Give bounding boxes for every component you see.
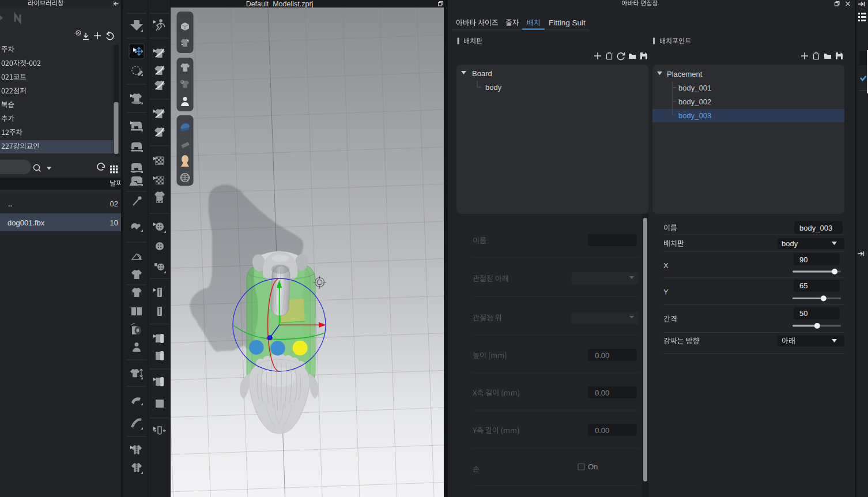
svg-text:On: On: [588, 462, 598, 471]
svg-text:Fitting Suit: Fitting Suit: [549, 18, 586, 27]
svg-text:body: body: [485, 83, 502, 92]
svg-text:90: 90: [799, 255, 807, 264]
svg-text:Placement: Placement: [667, 70, 703, 78]
svg-text:body: body: [782, 239, 798, 248]
svg-text:02: 02: [110, 199, 118, 208]
svg-text:Y: Y: [663, 288, 669, 296]
svg-text:body_001: body_001: [678, 84, 711, 92]
svg-text:Default_Modelist.zprj: Default_Modelist.zprj: [246, 0, 314, 8]
svg-text:0.00: 0.00: [595, 351, 609, 360]
svg-text:body_002: body_002: [678, 97, 711, 106]
svg-text:65: 65: [799, 281, 807, 290]
svg-text:0.00: 0.00: [595, 389, 609, 397]
svg-text:10: 10: [110, 219, 118, 227]
svg-text:body_003: body_003: [678, 111, 711, 120]
svg-text:0.00: 0.00: [595, 426, 609, 435]
svg-text:50: 50: [799, 309, 807, 318]
svg-text:X: X: [663, 261, 669, 270]
svg-text:Board: Board: [472, 69, 492, 78]
svg-text:dog001.fbx: dog001.fbx: [7, 219, 45, 227]
svg-text:body_003: body_003: [799, 224, 832, 232]
